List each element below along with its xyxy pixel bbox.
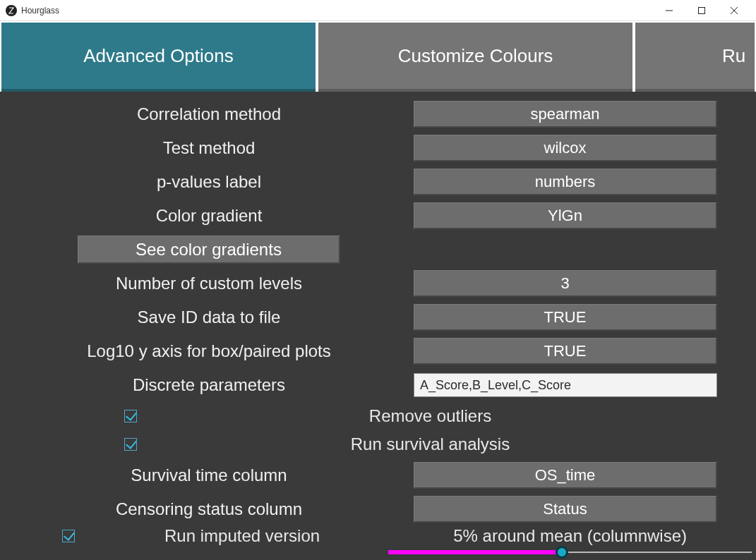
dropdown-num-custom-levels[interactable]: 3	[414, 270, 717, 297]
window-title: Hourglass	[21, 6, 59, 16]
dropdown-value: 3	[560, 274, 569, 293]
dropdown-survival-time-col[interactable]: OS_time	[414, 462, 717, 489]
slider-fill	[388, 550, 559, 554]
checkbox-remove-outliers[interactable]	[124, 410, 137, 422]
titlebar: Hourglass	[0, 0, 756, 21]
label-log10: Log10 y axis for box/paired plots	[4, 341, 414, 361]
tab-label: Advanced Options	[83, 45, 233, 67]
dropdown-test-method[interactable]: wilcox	[414, 135, 717, 162]
dropdown-value: YlGn	[548, 207, 582, 225]
label-discrete-params: Discrete parameters	[4, 375, 414, 395]
dropdown-save-id[interactable]: TRUE	[414, 304, 717, 331]
dropdown-value: OS_time	[535, 466, 596, 485]
tab-bar: Advanced Options Customize Colours Ru	[0, 21, 756, 92]
dropdown-value: numbers	[535, 173, 596, 191]
label-num-custom-levels: Number of custom levels	[4, 274, 414, 293]
app-icon	[6, 5, 17, 16]
content-panel: Correlation method spearman Test method …	[0, 92, 756, 560]
dropdown-color-gradient[interactable]: YlGn	[414, 202, 717, 229]
input-discrete-params[interactable]: A_Score,B_Level,C_Score	[414, 373, 717, 397]
dropdown-log10[interactable]: TRUE	[414, 338, 717, 365]
label-save-id: Save ID data to file	[4, 308, 414, 327]
maximize-button[interactable]	[685, 0, 718, 21]
slider-thumb[interactable]	[556, 546, 568, 559]
slider-caption: 5% around mean (columnwise)	[388, 526, 752, 546]
label-test-method: Test method	[4, 138, 414, 158]
label-color-gradient: Color gradient	[4, 206, 414, 226]
checkbox-run-survival[interactable]	[124, 438, 137, 451]
label-censoring-col: Censoring status column	[4, 499, 414, 519]
label-survival-time-col: Survival time column	[4, 465, 414, 485]
tab-label: Ru	[644, 45, 745, 67]
label-pvalues: p-values label	[4, 172, 414, 192]
checkbox-run-imputed[interactable]	[62, 530, 75, 542]
tab-customize-colours[interactable]: Customize Colours	[318, 23, 632, 92]
tab-label: Customize Colours	[398, 45, 553, 67]
slider-imputed[interactable]	[388, 549, 752, 556]
see-color-gradients-button[interactable]: See color gradients	[78, 236, 340, 264]
close-button[interactable]	[718, 0, 750, 21]
dropdown-value: TRUE	[544, 308, 587, 327]
label-correlation-method: Correlation method	[4, 104, 414, 124]
dropdown-pvalues[interactable]: numbers	[414, 169, 717, 195]
label-remove-outliers: Remove outliers	[137, 406, 752, 426]
minimize-button[interactable]	[653, 0, 685, 21]
svg-rect-1	[699, 7, 705, 13]
dropdown-censoring-col[interactable]: Status	[414, 496, 717, 523]
button-label: See color gradients	[136, 240, 282, 260]
dropdown-correlation-method[interactable]: spearman	[414, 101, 717, 128]
tab-advanced-options[interactable]: Advanced Options	[1, 23, 316, 92]
label-run-imputed: Run imputed version	[75, 526, 409, 546]
dropdown-value: spearman	[531, 105, 600, 123]
dropdown-value: Status	[543, 500, 587, 518]
label-run-survival: Run survival analysis	[137, 434, 752, 454]
dropdown-value: TRUE	[544, 342, 587, 360]
tab-run[interactable]: Ru	[635, 23, 755, 92]
input-value: A_Score,B_Level,C_Score	[420, 378, 571, 393]
dropdown-value: wilcox	[544, 139, 587, 157]
